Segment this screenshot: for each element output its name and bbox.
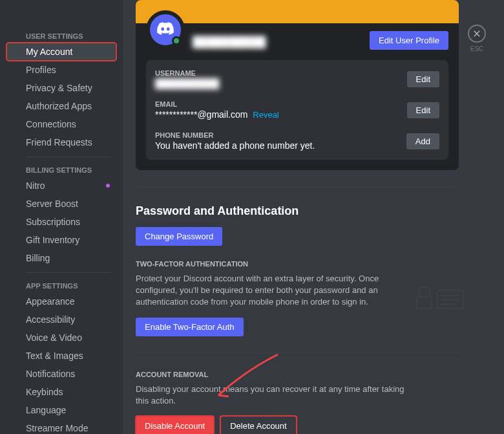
twofa-description: Protect your Discord account with an ext… (136, 273, 414, 309)
twofa-header: TWO-FACTOR AUTHENTICATION (136, 260, 459, 268)
edit-user-profile-button[interactable]: Edit User Profile (370, 31, 448, 50)
password-auth-section: Password and Authentication Change Passw… (136, 204, 459, 336)
add-phone-button[interactable]: Add (406, 133, 439, 149)
disable-account-button[interactable]: Disable Account (136, 416, 214, 434)
profile-fields: USERNAME ██████████ Edit EMAIL *********… (146, 60, 448, 160)
profile-banner (136, 0, 459, 23)
field-username: USERNAME ██████████ Edit (155, 69, 439, 89)
sidebar-item-streamer-mode[interactable]: Streamer Mode (6, 419, 116, 434)
sidebar-header-user: USER SETTINGS (6, 28, 116, 43)
sidebar-item-connections[interactable]: Connections (6, 115, 116, 133)
sidebar-header-app: APP SETTINGS (6, 278, 116, 292)
field-email: EMAIL ************@gmail.com Reveal Edit (155, 100, 439, 120)
email-value: ************@gmail.com Reveal (155, 109, 279, 120)
phone-value: You haven't added a phone number yet. (155, 140, 315, 151)
section-divider (136, 187, 459, 188)
sidebar-item-notifications[interactable]: Notifications (6, 365, 116, 383)
sidebar-item-friend-requests[interactable]: Friend Requests (6, 133, 116, 151)
username-value: ██████████ (155, 78, 219, 89)
sidebar-item-billing[interactable]: Billing (6, 249, 116, 267)
enable-twofa-button[interactable]: Enable Two-Factor Auth (136, 318, 244, 336)
account-removal-section: ACCOUNT REMOVAL Disabling your account m… (136, 371, 459, 434)
change-password-button[interactable]: Change Password (136, 227, 222, 246)
sidebar-item-appearance[interactable]: Appearance (6, 292, 116, 310)
reveal-email-link[interactable]: Reveal (253, 110, 278, 120)
nitro-badge-icon (106, 184, 110, 188)
sidebar-item-language[interactable]: Language (6, 401, 116, 419)
content-area: ESC ██████████ Edit User Profile USERNAM… (123, 0, 504, 434)
profile-card: ██████████ Edit User Profile USERNAME ██… (136, 0, 459, 170)
section-divider (136, 353, 459, 354)
sidebar-item-nitro[interactable]: Nitro (6, 177, 116, 195)
lock-graphic-icon (407, 279, 472, 312)
sidebar-item-subscriptions[interactable]: Subscriptions (6, 213, 116, 231)
field-phone: PHONE NUMBER You haven't added a phone n… (155, 131, 439, 151)
settings-sidebar: USER SETTINGS My Account Profiles Privac… (0, 0, 123, 434)
sidebar-divider (26, 272, 110, 273)
sidebar-item-profiles[interactable]: Profiles (6, 61, 116, 79)
sidebar-item-server-boost[interactable]: Server Boost (6, 195, 116, 213)
close-button[interactable]: ESC (468, 25, 486, 52)
sidebar-item-my-account[interactable]: My Account (6, 43, 116, 61)
email-label: EMAIL (155, 100, 279, 108)
edit-email-button[interactable]: Edit (407, 102, 439, 118)
sidebar-divider (26, 157, 110, 157)
avatar[interactable] (146, 10, 185, 49)
sidebar-item-authorized-apps[interactable]: Authorized Apps (6, 97, 116, 115)
discord-logo-icon (157, 21, 174, 39)
sidebar-item-accessibility[interactable]: Accessibility (6, 310, 116, 329)
sidebar-item-gift-inventory[interactable]: Gift Inventory (6, 231, 116, 249)
sidebar-header-billing: BILLING SETTINGS (6, 162, 116, 177)
phone-label: PHONE NUMBER (155, 131, 315, 139)
svg-rect-1 (437, 290, 463, 309)
sidebar-item-voice-video[interactable]: Voice & Video (6, 329, 116, 347)
svg-rect-0 (417, 297, 432, 309)
sidebar-item-privacy-safety[interactable]: Privacy & Safety (6, 79, 116, 97)
password-auth-title: Password and Authentication (136, 204, 459, 218)
account-removal-description: Disabling your account means you can rec… (136, 384, 414, 407)
username-label: USERNAME (155, 69, 219, 77)
status-online-icon (172, 36, 181, 45)
delete-account-button[interactable]: Delete Account (220, 416, 296, 434)
profile-username: ██████████ (185, 31, 370, 48)
sidebar-item-text-images[interactable]: Text & Images (6, 347, 116, 365)
close-icon (468, 25, 486, 43)
account-removal-header: ACCOUNT REMOVAL (136, 371, 459, 378)
edit-username-button[interactable]: Edit (407, 71, 439, 87)
esc-label: ESC (470, 45, 484, 52)
sidebar-item-keybinds[interactable]: Keybinds (6, 383, 116, 401)
